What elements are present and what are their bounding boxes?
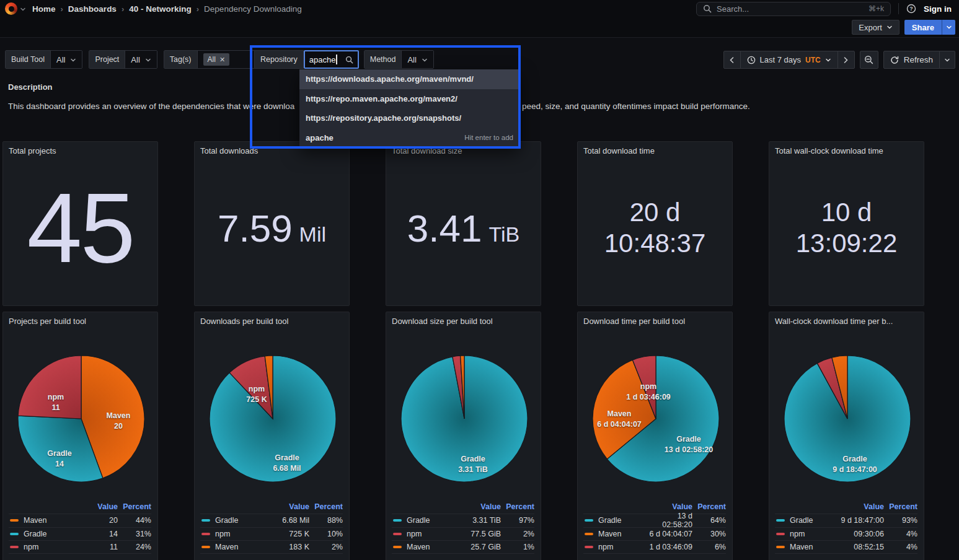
legend-percent: 10% — [309, 530, 343, 538]
legend-header-value[interactable]: Value — [74, 502, 118, 511]
legend: ValuePercentGradle9 d 18:47:0093%npm09:3… — [775, 500, 917, 554]
legend-value: 1 d 03:46:09 — [649, 543, 692, 551]
legend-row[interactable]: npm09:30:064% — [775, 527, 917, 541]
suggestion-item[interactable]: https://downloads.apache.org/maven/mvnd/ — [299, 69, 519, 89]
legend-value: 77.5 GiB — [457, 530, 501, 538]
filter-project-select[interactable]: All — [125, 51, 156, 68]
description-text: This dashboard provides an overview of t… — [8, 102, 294, 111]
legend: ValuePercentGradle6.68 Mil88%npm725 K10%… — [200, 500, 343, 554]
clock-icon — [747, 56, 756, 64]
time-shift-forward-button[interactable] — [837, 51, 855, 69]
share-menu-chevron[interactable] — [942, 20, 955, 35]
time-shift-back-button[interactable] — [723, 51, 741, 69]
breadcrumb: Home › Dashboards › 40 - Networking › De… — [32, 4, 302, 14]
grafana-logo-icon[interactable] — [5, 2, 17, 15]
breadcrumb-home[interactable]: Home — [32, 4, 56, 14]
breadcrumb-dashboards[interactable]: Dashboards — [68, 4, 117, 14]
breadcrumb-folder[interactable]: 40 - Networking — [129, 4, 192, 14]
pie-slice-label: npm11 — [48, 392, 64, 413]
refresh-interval-chevron[interactable] — [939, 51, 955, 69]
legend-row[interactable]: Gradle13 d 02:58:2064% — [583, 514, 726, 527]
legend-row[interactable]: Maven08:52:154% — [775, 540, 917, 554]
zoom-out-button[interactable] — [860, 51, 878, 69]
legend-percent: 64% — [692, 516, 726, 525]
legend-header-value[interactable]: Value — [457, 502, 501, 511]
sign-in-button[interactable]: Sign in — [924, 4, 952, 14]
legend-row[interactable]: npm1124% — [9, 540, 151, 554]
suggestion-item-custom[interactable]: apache Hit enter to add — [299, 128, 519, 148]
stat-value-line1: 20 d — [604, 197, 706, 228]
legend-row[interactable]: Maven183 K2% — [200, 540, 343, 554]
legend-value: 13 d 02:58:20 — [649, 512, 692, 529]
stat-panel-total-downloads: Total downloads 7.59 Mil — [194, 141, 350, 306]
suggestion-url: https://repository.apache.org/snapshots/ — [306, 113, 461, 123]
legend-label: Maven — [407, 543, 430, 551]
legend-swatch — [585, 533, 593, 535]
legend-header-percent[interactable]: Percent — [501, 502, 534, 511]
suggestion-url: https://downloads.apache.org/maven/mvnd/ — [306, 74, 474, 84]
filter-project: Project All — [89, 50, 157, 69]
filter-repository-method: Repository apache Method All — [254, 50, 434, 69]
legend-swatch — [393, 533, 402, 535]
legend-header-percent[interactable]: Percent — [692, 502, 726, 511]
chevron-down-icon — [70, 57, 76, 63]
chevron-down-icon — [946, 24, 952, 30]
legend-header-value[interactable]: Value — [841, 502, 884, 511]
legend-swatch — [776, 519, 785, 522]
pie-slice-label: npm1 d 03:46:09 — [626, 382, 671, 402]
chevron-down-icon[interactable] — [20, 6, 26, 12]
legend-label: Maven — [790, 543, 813, 551]
legend-header-percent[interactable]: Percent — [309, 502, 343, 511]
legend-label: npm — [24, 543, 38, 551]
stat-panel-total-projects: Total projects 45 — [2, 141, 158, 306]
legend-swatch — [776, 533, 785, 535]
time-range-picker[interactable]: Last 7 days UTC — [740, 51, 838, 69]
chevron-down-icon — [145, 57, 151, 63]
export-button[interactable]: Export — [852, 20, 899, 35]
repository-input-value: apache — [309, 55, 336, 64]
legend-swatch — [10, 519, 19, 522]
legend-header-percent[interactable]: Percent — [884, 502, 917, 511]
filter-build-tool-select[interactable]: All — [51, 51, 82, 68]
repository-input[interactable]: apache — [304, 50, 359, 69]
legend-row[interactable]: Gradle9 d 18:47:0093% — [775, 514, 917, 527]
legend-value: 11 — [74, 543, 118, 551]
legend-value: 09:30:06 — [841, 530, 884, 538]
legend-row[interactable]: Maven25.7 GiB1% — [392, 540, 534, 554]
share-button[interactable]: Share — [904, 20, 942, 35]
refresh-label: Refresh — [904, 55, 933, 64]
stat-value: 3.41 — [407, 206, 482, 250]
legend-row[interactable]: Gradle3.31 TiB97% — [392, 514, 534, 527]
legend-percent: 31% — [118, 530, 151, 538]
text-cursor — [336, 55, 337, 64]
filter-method-select[interactable]: All — [402, 51, 433, 68]
refresh-button[interactable]: Refresh — [883, 51, 940, 69]
legend-label: Maven — [24, 516, 47, 525]
stat-value-line2: 10:48:37 — [604, 228, 706, 259]
legend-row[interactable]: Gradle6.68 Mil88% — [200, 514, 343, 527]
legend-label: npm — [407, 530, 422, 538]
legend-row[interactable]: Gradle1431% — [9, 527, 151, 541]
legend-percent: 2% — [501, 530, 534, 538]
filter-tags-chip[interactable]: All ✕ — [203, 53, 230, 66]
legend-label: npm — [790, 530, 805, 538]
help-icon[interactable]: ? — [906, 4, 916, 14]
search-input[interactable]: Search... ⌘+k — [696, 2, 891, 16]
suggestion-url: https://repo.maven.apache.org/maven2/ — [306, 94, 457, 103]
search-shortcut: ⌘+k — [868, 4, 884, 13]
legend-header-value[interactable]: Value — [649, 502, 692, 511]
legend-row[interactable]: Maven2044% — [9, 514, 151, 527]
suggestion-item[interactable]: https://repository.apache.org/snapshots/ — [299, 108, 519, 128]
legend-row[interactable]: npm725 K10% — [200, 527, 343, 541]
suggestion-item[interactable]: https://repo.maven.apache.org/maven2/ — [299, 89, 519, 109]
description-heading: Description — [8, 82, 53, 92]
legend-row[interactable]: npm1 d 03:46:096% — [583, 540, 726, 554]
close-icon[interactable]: ✕ — [219, 56, 225, 64]
legend-header-value[interactable]: Value — [266, 502, 309, 511]
legend-value: 6 d 04:04:07 — [649, 530, 692, 538]
stat-panel-total-wallclock-time: Total wall-clock download time 10 d 13:0… — [769, 141, 924, 306]
legend-header-percent[interactable]: Percent — [118, 502, 151, 511]
legend-row[interactable]: npm77.5 GiB2% — [392, 527, 534, 541]
filter-method-label: Method — [365, 51, 402, 68]
legend-header: ValuePercent — [775, 500, 917, 514]
